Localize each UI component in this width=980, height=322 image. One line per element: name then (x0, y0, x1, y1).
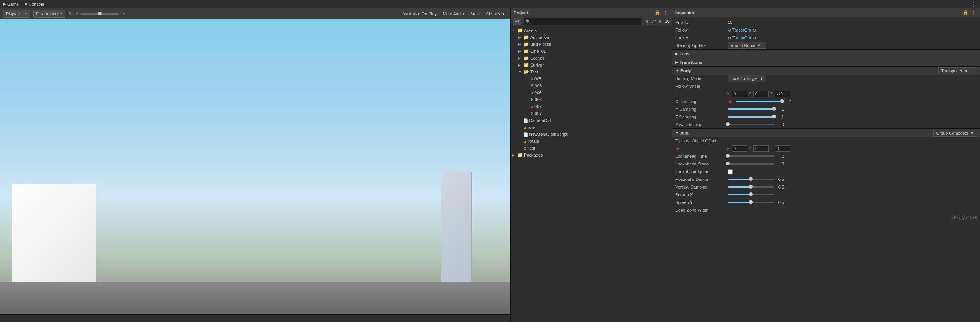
count-label: ⊞ (658, 19, 663, 24)
tree-item-test-scene[interactable]: ⊙ Test (511, 145, 672, 152)
tree-item-cine01[interactable]: ▶ 📁 Cine_01 (511, 48, 672, 55)
tree-item-suriyun[interactable]: ▶ 📁 Suriyun (511, 62, 672, 68)
add-button[interactable]: +▾ (513, 18, 521, 25)
inspector-panel-header: Inspector 🔒 ⋮ (672, 8, 980, 17)
mute-btn[interactable]: Mute Audio (441, 11, 466, 17)
follow-link[interactable]: ⊙ TargetGro ⊙ (728, 28, 756, 33)
tracked-z-label: Z (770, 147, 774, 151)
follow-offset-z-input[interactable] (775, 91, 790, 97)
lookahead-ignore-checkbox[interactable] (728, 169, 733, 174)
inspector-lock-icon[interactable]: 🔒 (962, 10, 969, 15)
lookahead-time-label: Lookahead Time (675, 154, 725, 158)
screen-y-slider[interactable] (728, 202, 774, 203)
z-damping-row: Z Damping 1 (672, 113, 980, 121)
screen-x-fill (728, 194, 751, 195)
scene-icon: ⊙ (523, 146, 526, 150)
tree-item-006-scene[interactable]: S 006 (511, 96, 672, 103)
tree-item-newscript[interactable]: 📄 NewBehaviourScript (511, 131, 672, 138)
cine01-folder-icon: 📁 (523, 48, 529, 54)
x-damping-knob (780, 99, 784, 103)
tree-item-animation[interactable]: ▶ 📁 Animation (511, 34, 672, 41)
yaw-damping-slider[interactable] (728, 124, 774, 125)
birdflocks-folder-icon: 📁 (523, 42, 529, 47)
more-icon[interactable]: ⋮ (663, 10, 669, 15)
tree-item-test-folder[interactable]: ▼ 📂 Test (511, 68, 672, 75)
aim-dropdown[interactable]: Group Composer ▼ (933, 130, 977, 137)
inspector-panel: Inspector 🔒 ⋮ Priority 10 Follow ⊙ (672, 8, 980, 322)
aim-section[interactable]: ▼ Aim Group Composer ▼ (672, 128, 980, 137)
packages-arrow-icon: ▶ (512, 153, 516, 157)
x-damping-slider[interactable] (736, 101, 782, 102)
stats-btn[interactable]: Stats (469, 11, 481, 17)
lookahead-ignore-label: Lookahead Ignore (675, 169, 725, 174)
maximize-btn[interactable]: Maximize On Play (401, 11, 438, 17)
display-arrow-icon: ▼ (24, 12, 27, 15)
body-dropdown[interactable]: Transposer ▼ (938, 67, 977, 74)
body-value: Transposer (941, 68, 962, 73)
tree-item-005-prefab[interactable]: ● 005 (511, 75, 672, 82)
tree-item-007-scene[interactable]: S 007 (511, 110, 672, 117)
scale-container: Scale 1x (69, 12, 125, 16)
lens-section[interactable]: ▶ Lens (672, 49, 980, 58)
screen-x-knob (749, 192, 753, 196)
lookahead-time-slider[interactable] (728, 155, 774, 157)
transitions-section[interactable]: ▶ Transitions (672, 58, 980, 66)
tracked-z-input[interactable] (775, 145, 790, 152)
horizontal-damping-slider[interactable] (728, 179, 774, 180)
tree-item-007-prefab[interactable]: ● 007 (511, 103, 672, 110)
tracked-x-field: X (727, 145, 747, 152)
s-icon-3: S (531, 112, 534, 116)
follow-offset-y-input[interactable] (753, 91, 769, 97)
dead-zone-width-row: Dead Zone Width (672, 206, 980, 214)
tree-item-rotate[interactable]: ▲ rotate (511, 138, 672, 145)
gizmos-btn[interactable]: Gizmos ▼ (484, 11, 507, 17)
animation-arrow-icon: ▶ (518, 35, 522, 39)
tree-item-005-scene[interactable]: S 005 (511, 82, 672, 89)
standby-update-dropdown[interactable]: Round Robin ▼ (728, 42, 766, 49)
x-damping-arrow-icon: ➤ (728, 98, 733, 105)
y-damping-slider[interactable] (728, 108, 774, 110)
lookahead-time-row: Lookahead Time 0 (672, 152, 980, 160)
search-input[interactable] (524, 18, 641, 25)
follow-offset-x-input[interactable] (732, 91, 747, 97)
lock-icon[interactable]: 🔒 (654, 10, 661, 15)
screen-x-slider[interactable] (728, 194, 774, 195)
vertical-damping-value: 0.5 (776, 185, 784, 189)
screen-y-row: Screen Y 0.5 (672, 199, 980, 206)
grid-icon[interactable]: ⊞ (643, 19, 649, 24)
brush-icon[interactable]: 🖌 (650, 19, 657, 24)
menu-console[interactable]: ≡ Console (25, 2, 44, 7)
tree-item-scenes[interactable]: ▶ 📁 Scenes (511, 55, 672, 62)
standby-dropdown-arrow: ▼ (757, 43, 761, 48)
tree-item-birdflocks[interactable]: ▶ 📁 Bird Flocks (511, 41, 672, 48)
display-dropdown[interactable]: Display 1 ▼ (3, 10, 30, 18)
tracked-y-input[interactable] (753, 145, 769, 152)
tracked-x-input[interactable] (732, 145, 747, 152)
scale-slider[interactable] (80, 13, 119, 15)
vertical-damping-slider[interactable] (728, 186, 774, 188)
y-axis-label: Y (749, 92, 752, 96)
z-damping-slider[interactable] (728, 116, 774, 118)
tree-item-cameractrl[interactable]: 📄 CameraCtrl (511, 117, 672, 124)
main-area: Display 1 ▼ Free Aspect ▼ Scale 1x Maxim… (0, 8, 980, 322)
tree-item-idle[interactable]: ▲ idle (511, 124, 672, 131)
inspector-content: Priority 10 Follow ⊙ TargetGro ⊙ Look At (672, 17, 980, 322)
more-options-icon[interactable]: ⋮ (971, 2, 977, 7)
transitions-title: Transitions (680, 60, 702, 65)
yaw-damping-value: 0 (776, 122, 784, 127)
menu-game[interactable]: ▶ Game (3, 2, 19, 7)
tree-item-006-prefab[interactable]: ● 006 (511, 89, 672, 96)
binding-mode-dropdown[interactable]: Lock To Target ▼ (728, 75, 766, 82)
follow-offset-x-field: X (727, 91, 747, 97)
lookahead-smooth-slider[interactable] (728, 163, 774, 165)
inspector-more-icon[interactable]: ⋮ (971, 10, 977, 15)
aspect-dropdown[interactable]: Free Aspect ▼ (33, 10, 65, 18)
look-at-link[interactable]: ⊙ TargetGro ⊙ (728, 35, 756, 40)
body-section[interactable]: ▼ Body Transposer ▼ (672, 66, 980, 75)
priority-row: Priority 10 (672, 18, 980, 26)
binding-mode-arrow: ▼ (759, 76, 764, 81)
script-icon-2: 📄 (523, 132, 528, 137)
tree-item-assets[interactable]: ▼ 📁 Assets (511, 27, 672, 34)
follow-offset-xyz: X Y Z (672, 90, 980, 98)
tree-item-packages[interactable]: ▶ 📁 Packages (511, 152, 672, 158)
